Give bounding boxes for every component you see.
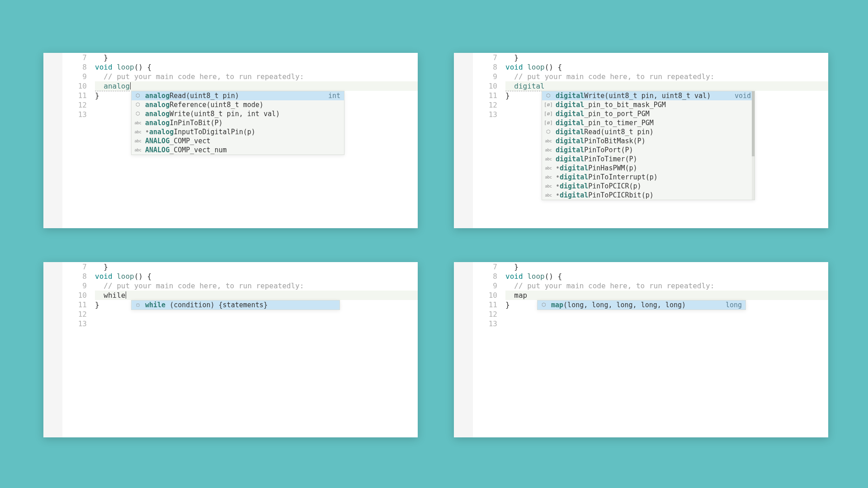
- line-number: 9: [473, 281, 505, 291]
- line-number: 13: [62, 110, 95, 119]
- code-line: }: [95, 263, 108, 271]
- autocomplete-item[interactable]: abcdigitalPinToTimer(P): [542, 155, 755, 164]
- autocomplete-item[interactable]: abcANALOG_COMP_vect_num: [132, 145, 344, 155]
- autocomplete-item[interactable]: abcanalogInPinToBit(P): [132, 118, 344, 127]
- snippet-icon: ▢: [134, 300, 142, 310]
- line-number: 10: [62, 291, 95, 300]
- code-area[interactable]: } void loop() { // put your main code he…: [95, 53, 418, 228]
- line-number-gutter: 7 8 9 10 11 12 13: [62, 53, 95, 228]
- return-type: long: [721, 300, 742, 310]
- autocomplete-item[interactable]: abc•digitalPinHasPWM(p): [542, 164, 755, 173]
- code-line: }: [505, 263, 519, 271]
- line-number: 12: [62, 310, 95, 319]
- autocomplete-item[interactable]: abc•analogInputToDigitalPin(p): [132, 127, 344, 136]
- autocomplete-label: digitalWrite(uint8_t pin, uint8_t val): [556, 91, 726, 100]
- autocomplete-item[interactable]: abcANALOG_COMP_vect: [132, 136, 344, 145]
- line-number: 8: [62, 62, 95, 72]
- popup-scrollbar-thumb[interactable]: [752, 91, 755, 156]
- code-area[interactable]: } void loop() { // put your main code he…: [95, 262, 418, 437]
- cube-icon: ⬡: [545, 127, 552, 136]
- code-line: [505, 310, 828, 319]
- line-number: 11: [473, 91, 505, 100]
- typed-text: while: [95, 291, 125, 300]
- line-number: 12: [473, 100, 505, 110]
- autocomplete-label: ANALOG_COMP_vect_num: [145, 145, 340, 155]
- abc-icon: abc: [134, 145, 142, 155]
- autocomplete-label: digitalPinToTimer(P): [556, 155, 751, 164]
- line-number: 8: [473, 272, 505, 281]
- autocomplete-item[interactable]: ⬡analogReference(uint8_t mode): [132, 100, 344, 109]
- autocomplete-label: analogInPinToBit(P): [145, 118, 340, 127]
- editor-panel-digital: 7 8 9 10 11 12 13 } void loop() { // put…: [454, 53, 828, 228]
- autocomplete-popup[interactable]: ⬡analogRead(uint8_t pin)int⬡analogRefere…: [131, 91, 344, 155]
- autocomplete-label: •digitalPinToPCICRbit(p): [556, 191, 751, 200]
- text-cursor: [126, 291, 126, 299]
- editor-panel-analog: 7 8 9 10 11 12 13 } void loop() { // put…: [43, 53, 418, 228]
- code-line: [95, 310, 418, 319]
- cube-icon: ⬡: [134, 100, 142, 109]
- active-line[interactable]: analog: [95, 81, 418, 91]
- autocomplete-label: digital_pin_to_timer_PGM: [556, 118, 751, 127]
- autocomplete-label: digitalPinToBitMask(P): [556, 136, 751, 145]
- autocomplete-item[interactable]: ⬡analogRead(uint8_t pin)int: [132, 91, 344, 100]
- autocomplete-item[interactable]: abc•digitalPinToInterrupt(p): [542, 173, 755, 182]
- code-line: }: [95, 91, 99, 100]
- gutter-margin: [454, 262, 473, 437]
- bracket-icon: [ø]: [545, 100, 552, 109]
- code-comment: // put your main code here, to run repea…: [95, 72, 304, 81]
- line-number: 7: [473, 262, 505, 272]
- popup-scrollbar[interactable]: [752, 91, 755, 200]
- code-line: void loop() {: [505, 272, 828, 281]
- line-number: 13: [473, 319, 505, 328]
- autocomplete-label: while (condition) {statements}: [145, 300, 336, 310]
- abc-icon: abc: [134, 118, 142, 127]
- line-number: 8: [473, 62, 505, 72]
- active-line[interactable]: map: [505, 291, 828, 300]
- autocomplete-item[interactable]: ⬡map(long, long, long, long, long)long: [538, 300, 745, 310]
- autocomplete-item[interactable]: [ø]digital_pin_to_timer_PGM: [542, 118, 755, 127]
- line-number: 11: [62, 91, 95, 100]
- bracket-icon: [ø]: [545, 109, 552, 118]
- autocomplete-popup[interactable]: ⬡digitalWrite(uint8_t pin, uint8_t val)v…: [542, 91, 755, 200]
- abc-icon: abc: [134, 136, 142, 145]
- autocomplete-item[interactable]: ⬡analogWrite(uint8_t pin, int val): [132, 109, 344, 118]
- active-line[interactable]: digital: [505, 81, 828, 91]
- active-line[interactable]: while: [95, 291, 418, 300]
- line-number: 7: [473, 53, 505, 62]
- editor-panel-map: 7 8 9 10 11 12 13 } void loop() { // put…: [454, 262, 828, 437]
- bracket-icon: [ø]: [545, 118, 552, 127]
- code-line: }: [505, 91, 510, 100]
- code-line: void loop() {: [505, 62, 828, 72]
- abc-icon: abc: [545, 191, 552, 200]
- autocomplete-label: map(long, long, long, long, long): [551, 300, 717, 310]
- code-area[interactable]: } void loop() { // put your main code he…: [505, 53, 828, 228]
- line-number-gutter: 7 8 9 10 11 12 13: [473, 53, 505, 228]
- autocomplete-item[interactable]: [ø]digital_pin_to_bit_mask_PGM: [542, 100, 755, 109]
- line-number: 12: [62, 100, 95, 110]
- line-number-gutter: 7 8 9 10 11 12 13: [62, 262, 95, 437]
- cube-icon: ⬡: [545, 91, 552, 100]
- autocomplete-item[interactable]: [ø]digital_pin_to_port_PGM: [542, 109, 755, 118]
- autocomplete-label: analogReference(uint8_t mode): [145, 100, 340, 109]
- text-cursor: [130, 82, 131, 89]
- return-type: void: [730, 91, 751, 100]
- gutter-margin: [454, 53, 473, 228]
- autocomplete-popup[interactable]: ⬡map(long, long, long, long, long)long: [537, 300, 746, 310]
- autocomplete-item[interactable]: abcdigitalPinToPort(P): [542, 145, 755, 155]
- autocomplete-item[interactable]: ⬡digitalWrite(uint8_t pin, uint8_t val)v…: [542, 91, 755, 100]
- autocomplete-popup[interactable]: ▢while (condition) {statements}: [131, 300, 340, 310]
- autocomplete-item[interactable]: abcdigitalPinToBitMask(P): [542, 136, 755, 145]
- code-area[interactable]: } void loop() { // put your main code he…: [505, 262, 828, 437]
- autocomplete-item[interactable]: ⬡digitalRead(uint8_t pin): [542, 127, 755, 136]
- autocomplete-item[interactable]: abc•digitalPinToPCICR(p): [542, 182, 755, 191]
- code-line: void loop() {: [95, 62, 418, 72]
- autocomplete-label: •digitalPinHasPWM(p): [556, 164, 751, 173]
- line-number: 8: [62, 272, 95, 281]
- cube-icon: ⬡: [540, 300, 547, 310]
- autocomplete-item[interactable]: ▢while (condition) {statements}: [132, 300, 340, 310]
- autocomplete-item[interactable]: abc•digitalPinToPCICRbit(p): [542, 191, 755, 200]
- autocomplete-label: •digitalPinToPCICR(p): [556, 182, 751, 191]
- abc-icon: abc: [545, 145, 552, 155]
- autocomplete-label: •digitalPinToInterrupt(p): [556, 173, 751, 182]
- gutter-margin: [43, 262, 62, 437]
